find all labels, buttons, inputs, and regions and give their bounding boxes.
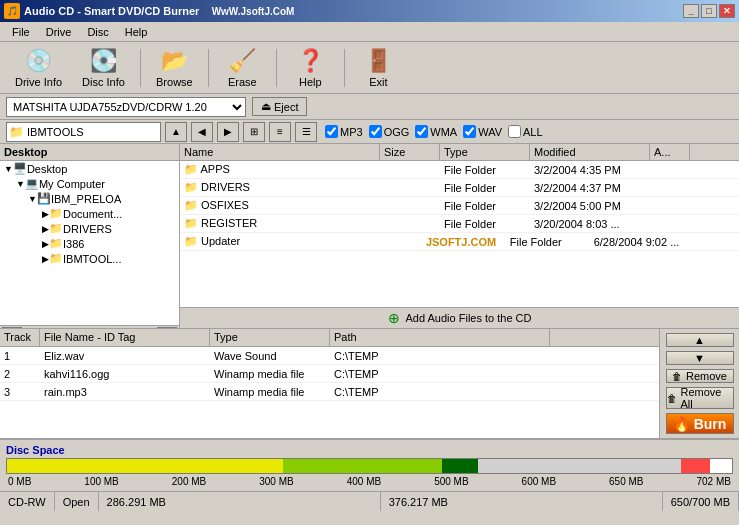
erase-icon: 🧹 [229, 48, 256, 74]
view-list-button[interactable]: ≡ [269, 122, 291, 142]
col-modified[interactable]: Modified [530, 144, 650, 160]
disc-space-area: Disc Space 0 MB 100 MB 200 MB 300 MB 400… [0, 439, 739, 491]
tree-scrollbar[interactable]: ◀ ▶ [0, 325, 179, 328]
menu-help[interactable]: Help [117, 24, 156, 40]
nav-forward-button[interactable]: ▶ [217, 122, 239, 142]
exit-icon: 🚪 [365, 48, 392, 74]
tree-item-ibm[interactable]: ▼ 💾 IBM_PRELOA [0, 191, 179, 206]
wav-checkbox[interactable] [463, 125, 476, 138]
move-up-button[interactable]: ▲ [666, 333, 734, 347]
erase-label: Erase [228, 76, 257, 88]
drive-info-button[interactable]: 💿 Drive Info [6, 46, 71, 90]
file-modified-register: 3/20/2004 8:03 ... [530, 217, 650, 231]
mp3-checkbox[interactable] [325, 125, 338, 138]
nav-up-button[interactable]: ▲ [165, 122, 187, 142]
wma-checkbox[interactable] [415, 125, 428, 138]
folder-combo-text: IBMTOOLS [27, 126, 84, 138]
file-size-register [380, 223, 440, 225]
tree-expand-ibm: ▼ [28, 194, 37, 204]
tree-scroll-left[interactable]: ◀ [2, 327, 22, 329]
file-row-updater[interactable]: 📁 Updater JSOFTJ.COM File Folder 6/28/20… [180, 233, 739, 251]
view-icons-button[interactable]: ⊞ [243, 122, 265, 142]
tree-panel: Desktop ▼ 🖥️ Desktop ▼ 💻 My Computer ▼ 💾… [0, 144, 180, 328]
disc-space-labels: 0 MB 100 MB 200 MB 300 MB 400 MB 500 MB … [6, 476, 733, 487]
label-500mb: 500 MB [434, 476, 468, 487]
remove-all-button[interactable]: 🗑 Remove All [666, 387, 734, 409]
ogg-label: OGG [384, 126, 410, 138]
explorer-bar: 📁 IBMTOOLS ▲ ◀ ▶ ⊞ ≡ ☰ MP3 OGG WMA WAV A… [0, 120, 739, 144]
drive-selector[interactable]: MATSHITA UJDA755zDVD/CDRW 1.20 [6, 97, 246, 117]
track-col-type[interactable]: Type [210, 329, 330, 346]
ogg-checkbox[interactable] [369, 125, 382, 138]
close-button[interactable]: ✕ [719, 4, 735, 18]
browse-icon: 📂 [161, 48, 188, 74]
menu-file[interactable]: File [4, 24, 38, 40]
maximize-button[interactable]: □ [701, 4, 717, 18]
view-details-button[interactable]: ☰ [295, 122, 317, 142]
exit-button[interactable]: 🚪 Exit [351, 46, 406, 90]
menu-drive[interactable]: Drive [38, 24, 80, 40]
track-col-filename[interactable]: File Name - ID Tag [40, 329, 210, 346]
mp3-checkbox-label[interactable]: MP3 [325, 125, 363, 138]
tree-item-i386[interactable]: ▶ 📁 I386 [0, 236, 179, 251]
wav-checkbox-label[interactable]: WAV [463, 125, 502, 138]
disc-info-button[interactable]: 💽 Disc Info [73, 46, 134, 90]
add-files-bar[interactable]: ⊕ Add Audio Files to the CD [180, 307, 739, 328]
tree-icon-documents: 📁 [49, 207, 63, 220]
file-modified-osfixes: 3/2/2004 5:00 PM [530, 199, 650, 213]
ogg-checkbox-label[interactable]: OGG [369, 125, 410, 138]
track-row-1[interactable]: 1 Eliz.wav Wave Sound C:\TEMP [0, 347, 659, 365]
tree-item-desktop[interactable]: ▼ 🖥️ Desktop [0, 161, 179, 176]
eject-button[interactable]: ⏏ Eject [252, 97, 307, 116]
folder-combo[interactable]: 📁 IBMTOOLS [6, 122, 161, 142]
file-row-apps[interactable]: 📁 APPS File Folder 3/2/2004 4:35 PM [180, 161, 739, 179]
nav-back-button[interactable]: ◀ [191, 122, 213, 142]
tree-scroll-right[interactable]: ▶ [157, 327, 177, 329]
move-down-button[interactable]: ▼ [666, 351, 734, 365]
track-path-2: C:\TEMP [330, 367, 550, 381]
label-400mb: 400 MB [347, 476, 381, 487]
menu-disc[interactable]: Disc [79, 24, 116, 40]
help-button[interactable]: ❓ Help [283, 46, 338, 90]
wma-checkbox-label[interactable]: WMA [415, 125, 457, 138]
label-200mb: 200 MB [172, 476, 206, 487]
track-col-path[interactable]: Path [330, 329, 550, 346]
track-col-track[interactable]: Track [0, 329, 40, 346]
label-0mb: 0 MB [8, 476, 31, 487]
eject-icon: ⏏ [261, 100, 271, 113]
track-area: Track File Name - ID Tag Type Path 1 Eli… [0, 329, 739, 439]
col-size[interactable]: Size [380, 144, 440, 160]
tree-item-mycomputer[interactable]: ▼ 💻 My Computer [0, 176, 179, 191]
file-row-osfixes[interactable]: 📁 OSFIXES File Folder 3/2/2004 5:00 PM [180, 197, 739, 215]
track-type-1: Wave Sound [210, 349, 330, 363]
all-checkbox-label[interactable]: ALL [508, 125, 543, 138]
add-files-icon: ⊕ [388, 310, 400, 326]
file-row-drivers[interactable]: 📁 DRIVERS File Folder 3/2/2004 4:37 PM [180, 179, 739, 197]
col-name[interactable]: Name [180, 144, 380, 160]
browse-button[interactable]: 📂 Browse [147, 46, 202, 90]
file-row-register[interactable]: 📁 REGISTER File Folder 3/20/2004 8:03 ..… [180, 215, 739, 233]
tree-scroll-area[interactable]: ▼ 🖥️ Desktop ▼ 💻 My Computer ▼ 💾 IBM_PRE… [0, 161, 179, 325]
file-size-drivers [380, 187, 440, 189]
minimize-button[interactable]: _ [683, 4, 699, 18]
file-type-apps: File Folder [440, 163, 530, 177]
tree-scroll-thumb[interactable] [24, 328, 155, 329]
col-type[interactable]: Type [440, 144, 530, 160]
all-checkbox[interactable] [508, 125, 521, 138]
burn-button[interactable]: 🔥 Burn [666, 413, 734, 434]
tree-expand-desktop: ▼ [4, 164, 13, 174]
track-row-2[interactable]: 2 kahvi116.ogg Winamp media file C:\TEMP [0, 365, 659, 383]
track-row-3[interactable]: 3 rain.mp3 Winamp media file C:\TEMP [0, 383, 659, 401]
tree-item-drivers[interactable]: ▶ 📁 DRIVERS [0, 221, 179, 236]
exit-label: Exit [369, 76, 387, 88]
title-bar-text: Audio CD - Smart DVD/CD Burner WwW.Jsoft… [24, 5, 294, 17]
tree-item-documents[interactable]: ▶ 📁 Document... [0, 206, 179, 221]
remove-button[interactable]: 🗑 Remove [666, 369, 734, 383]
file-type-drivers: File Folder [440, 181, 530, 195]
erase-button[interactable]: 🧹 Erase [215, 46, 270, 90]
folder-combo-icon: 📁 [9, 125, 24, 139]
file-attr-apps [650, 169, 690, 171]
col-attr[interactable]: A... [650, 144, 690, 160]
tree-item-ibmtools[interactable]: ▶ 📁 IBMTOOL... [0, 251, 179, 266]
file-scroll-area[interactable]: 📁 APPS File Folder 3/2/2004 4:35 PM 📁 DR… [180, 161, 739, 307]
